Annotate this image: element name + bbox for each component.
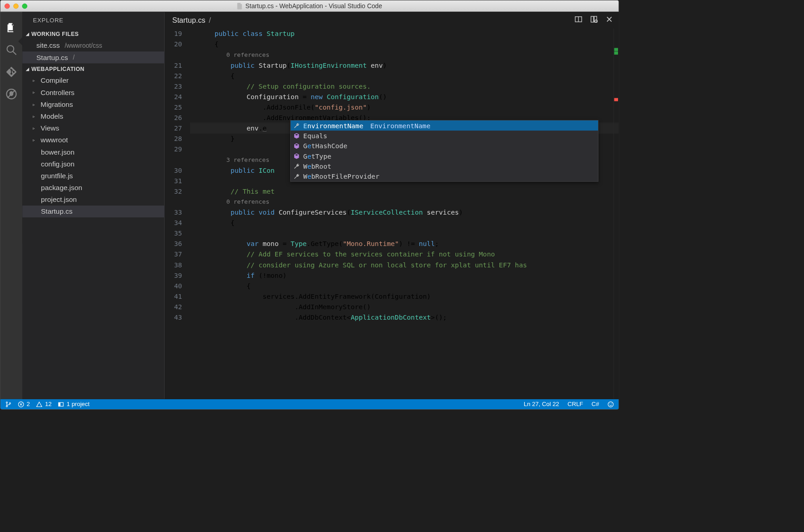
working-file-item[interactable]: Startup.cs/ xyxy=(22,51,165,63)
line-number: 20 xyxy=(165,39,182,49)
suggest-item[interactable]: Equals xyxy=(291,130,598,141)
suggest-label: EnvironmentName xyxy=(303,120,363,130)
status-eol[interactable]: CRLF xyxy=(568,401,583,407)
editor-tab-bar: Startup.cs / xyxy=(165,12,619,28)
tree-file[interactable]: project.json xyxy=(22,194,165,206)
suggest-widget[interactable]: EnvironmentNameEnvironmentNameEqualsGetH… xyxy=(290,120,598,182)
working-files-header[interactable]: ◢ WORKING FILES xyxy=(22,28,165,40)
suggest-kind-icon xyxy=(293,143,300,149)
suggest-label: GetHashCode xyxy=(303,141,347,151)
split-icon xyxy=(575,15,583,23)
tree-folder[interactable]: ▹wwwroot xyxy=(22,134,165,146)
tree-file[interactable]: gruntfile.js xyxy=(22,170,165,181)
overview-ruler[interactable] xyxy=(613,28,619,399)
suggest-item[interactable]: EnvironmentNameEnvironmentName xyxy=(291,120,598,130)
tree-folder[interactable]: ▹Migrations xyxy=(22,98,165,110)
suggest-label: GetType xyxy=(303,151,332,161)
tree-folder[interactable]: ▹Models xyxy=(22,110,165,122)
error-count: 2 xyxy=(27,401,30,407)
suggest-kind-icon xyxy=(293,173,300,180)
close-editor-button[interactable] xyxy=(605,15,613,25)
suggest-item[interactable]: WebRootFileProvider xyxy=(291,171,598,181)
activity-explorer[interactable] xyxy=(0,17,23,39)
tree-file[interactable]: bower.json xyxy=(22,146,165,158)
codelens[interactable]: 0 references xyxy=(191,196,619,207)
status-cursor-pos[interactable]: Ln 27, Col 22 xyxy=(524,401,559,407)
svg-point-0 xyxy=(7,45,14,52)
activity-bar xyxy=(0,12,23,399)
folder-name: Compiler xyxy=(40,76,69,85)
project-header[interactable]: ◢ WEBAPPLICATION xyxy=(22,63,165,75)
editor-tab-active[interactable]: Startup.cs / xyxy=(172,16,211,24)
code-line: public void ConfigureServices(IServiceCo… xyxy=(191,207,619,217)
status-warnings[interactable]: 12 xyxy=(36,401,52,407)
chevron-down-icon: ◢ xyxy=(26,66,29,71)
file-name: package.json xyxy=(41,184,82,192)
overview-mark[interactable] xyxy=(614,51,618,55)
editor-body[interactable]: 1920212223242526272829303132333435363738… xyxy=(165,28,619,399)
file-name: Startup.cs xyxy=(36,53,68,61)
line-number: 19 xyxy=(165,28,182,39)
sidebar-pointer xyxy=(18,36,23,46)
suggest-item[interactable]: GetType xyxy=(291,151,598,161)
file-path: /wwwroot/css xyxy=(65,42,102,49)
status-project[interactable]: 1 project xyxy=(58,401,89,407)
svg-rect-18 xyxy=(59,402,60,406)
warning-count: 12 xyxy=(45,401,52,407)
code-line: // This met xyxy=(191,186,619,196)
tree-file[interactable]: Startup.cs xyxy=(22,206,165,217)
toggle-view-button[interactable] xyxy=(590,15,598,25)
suggest-label: Equals xyxy=(303,130,327,141)
status-errors[interactable]: 2 xyxy=(18,401,30,407)
line-number: 37 xyxy=(165,249,182,259)
tree-folder[interactable]: ▹Views xyxy=(22,122,165,134)
activity-debug[interactable] xyxy=(0,83,23,105)
code-line: Configuration = new Configuration() xyxy=(191,91,619,102)
folder-name: Controllers xyxy=(40,88,74,96)
project-tree: ▹Compiler▹Controllers▹Migrations▹Models▹… xyxy=(22,75,165,217)
files-icon xyxy=(5,22,17,34)
suggest-label: WebRoot xyxy=(303,161,332,171)
suggest-item[interactable]: WebRoot xyxy=(291,161,598,171)
status-git-sync[interactable] xyxy=(5,401,12,407)
suggest-kind-icon xyxy=(293,132,300,139)
tree-file[interactable]: config.json xyxy=(22,158,165,170)
project-icon xyxy=(58,401,64,407)
svg-point-19 xyxy=(608,402,613,407)
overview-mark[interactable] xyxy=(614,48,618,51)
code-line: var mono = Type.GetType("Mono.Runtime") … xyxy=(191,238,619,249)
activity-git[interactable] xyxy=(0,61,23,83)
codelens[interactable]: 0 references xyxy=(191,50,619,60)
tree-folder[interactable]: ▹Controllers xyxy=(22,86,165,98)
code-line: // Add EF services to the services conta… xyxy=(191,249,619,259)
suggest-label: WebRootFileProvider xyxy=(303,171,379,181)
section-label: WEBAPPLICATION xyxy=(31,66,85,72)
line-number: 42 xyxy=(165,301,182,312)
sidebar-explorer: EXPLORE ◢ WORKING FILES site.css/wwwroot… xyxy=(22,12,165,399)
line-number xyxy=(165,155,182,165)
tab-dirty-indicator: / xyxy=(209,16,211,24)
tree-file[interactable]: package.json xyxy=(22,182,165,194)
tree-folder[interactable]: ▹Compiler xyxy=(22,75,165,86)
line-number: 32 xyxy=(165,186,182,196)
working-file-item[interactable]: site.css/wwwroot/css xyxy=(22,40,165,51)
suggest-kind-icon xyxy=(293,163,300,169)
file-name: bower.json xyxy=(41,148,75,156)
code-line: services.AddEntityFramework(Configuratio… xyxy=(191,291,619,301)
line-number: 38 xyxy=(165,260,182,270)
folder-name: Migrations xyxy=(40,100,73,109)
line-number: 28 xyxy=(165,133,182,144)
chevron-right-icon: ▹ xyxy=(33,90,38,95)
svg-point-20 xyxy=(609,403,610,404)
code-content[interactable]: public class Startup { 0 references publ… xyxy=(191,28,619,399)
chevron-right-icon: ▹ xyxy=(33,138,38,143)
chevron-right-icon: ▹ xyxy=(33,78,38,83)
status-language[interactable]: C# xyxy=(592,401,599,407)
suggest-kind-icon xyxy=(293,153,300,159)
suggest-item[interactable]: GetHashCode xyxy=(291,141,598,151)
split-editor-button[interactable] xyxy=(575,15,583,25)
overview-mark[interactable] xyxy=(614,98,618,101)
file-icon xyxy=(237,3,242,10)
status-feedback[interactable] xyxy=(608,401,614,407)
line-number: 23 xyxy=(165,81,182,91)
